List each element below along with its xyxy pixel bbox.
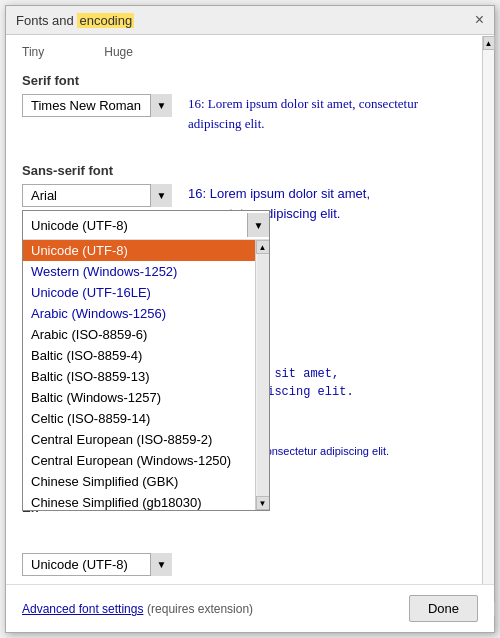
dropdown-scrollbar[interactable]: ▲ ▼: [255, 240, 269, 510]
serif-font-select-wrapper: Times New Roman ▼: [22, 94, 172, 117]
serif-font-row: Times New Roman ▼ 16: Lorem ipsum dolor …: [22, 94, 478, 133]
dropdown-scroll-track[interactable]: [257, 254, 269, 496]
title-highlight: encoding: [77, 13, 134, 28]
dropdown-item-11[interactable]: Chinese Simplified (GBK): [23, 471, 255, 492]
dropdown-scroll-up-icon[interactable]: ▲: [256, 240, 270, 254]
content-area: Tiny Huge Serif font Times New Roman ▼ 1…: [6, 35, 494, 632]
sans-serif-section-header: Sans-serif font: [22, 163, 478, 178]
title-prefix: Fonts and: [16, 13, 77, 28]
dropdown-item-10[interactable]: Central European (Windows-1250): [23, 450, 255, 471]
dropdown-list: ▲ ▼ Unicode (UTF-8) Western (Windows-125…: [23, 240, 269, 510]
close-button[interactable]: ×: [475, 12, 484, 28]
dropdown-item-2[interactable]: Unicode (UTF-16LE): [23, 282, 255, 303]
dropdown-header: ▼: [23, 211, 269, 240]
sans-serif-font-select-wrapper: Arial ▼: [22, 184, 172, 207]
dropdown-item-4[interactable]: Arabic (ISO-8859-6): [23, 324, 255, 345]
dialog: Fonts and encoding × ▲ ▼ Tiny Huge Serif…: [5, 5, 495, 633]
sans-serif-font-select[interactable]: Arial: [22, 184, 172, 207]
footer: Advanced font settings (requires extensi…: [6, 584, 494, 632]
bottom-encoding-select-wrapper: Unicode (UTF-8) ▼: [22, 553, 172, 576]
dropdown-header-arrow-icon[interactable]: ▼: [247, 213, 269, 237]
title-bar: Fonts and encoding ×: [6, 6, 494, 35]
serif-font-select[interactable]: Times New Roman: [22, 94, 172, 117]
tiny-label: Tiny: [22, 45, 44, 59]
dropdown-list-inner: Unicode (UTF-8) Western (Windows-1252) U…: [23, 240, 269, 510]
bottom-select-row: Unicode (UTF-8) ▼: [22, 553, 172, 576]
advanced-note: (requires extension): [147, 602, 253, 616]
dropdown-scroll-down-icon[interactable]: ▼: [256, 496, 270, 510]
title-text: Fonts and encoding: [16, 13, 134, 28]
dropdown-item-5[interactable]: Baltic (ISO-8859-4): [23, 345, 255, 366]
size-section: Tiny Huge: [22, 45, 478, 59]
footer-left: Advanced font settings (requires extensi…: [22, 601, 253, 616]
dropdown-item-1[interactable]: Western (Windows-1252): [23, 261, 255, 282]
bottom-encoding-select[interactable]: Unicode (UTF-8): [22, 553, 172, 576]
serif-section-header: Serif font: [22, 73, 478, 88]
huge-label: Huge: [104, 45, 133, 59]
dropdown-item-8[interactable]: Celtic (ISO-8859-14): [23, 408, 255, 429]
dropdown-item-0[interactable]: Unicode (UTF-8): [23, 240, 255, 261]
dropdown-item-9[interactable]: Central European (ISO-8859-2): [23, 429, 255, 450]
done-button[interactable]: Done: [409, 595, 478, 622]
dropdown-item-7[interactable]: Baltic (Windows-1257): [23, 387, 255, 408]
dropdown-header-input[interactable]: [23, 215, 247, 236]
serif-preview: 16: Lorem ipsum dolor sit amet, consecte…: [188, 94, 418, 133]
dropdown-item-3[interactable]: Arabic (Windows-1256): [23, 303, 255, 324]
dropdown-item-6[interactable]: Baltic (ISO-8859-13): [23, 366, 255, 387]
dropdown-item-12[interactable]: Chinese Simplified (gb18030): [23, 492, 255, 510]
advanced-font-settings-link[interactable]: Advanced font settings: [22, 602, 143, 616]
encoding-dropdown[interactable]: ▼ ▲ ▼ Unicode (UTF-8) Western (Windows-1…: [22, 210, 270, 511]
